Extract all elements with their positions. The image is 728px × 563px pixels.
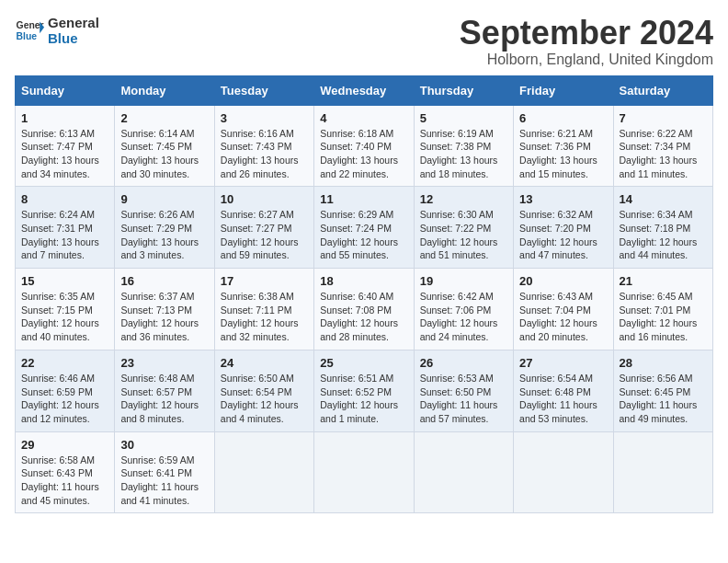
day-number: 24 xyxy=(221,356,308,370)
day-info: Sunrise: 6:51 AM Sunset: 6:52 PM Dayligh… xyxy=(320,372,407,426)
day-cell: 2Sunrise: 6:14 AM Sunset: 7:45 PM Daylig… xyxy=(115,105,214,187)
day-number: 2 xyxy=(120,111,208,125)
week-row-2: 8Sunrise: 6:24 AM Sunset: 7:31 PM Daylig… xyxy=(16,187,713,269)
day-cell: 14Sunrise: 6:34 AM Sunset: 7:18 PM Dayli… xyxy=(613,187,712,269)
day-number: 16 xyxy=(120,274,208,288)
day-number: 27 xyxy=(519,356,607,370)
logo: General Blue General Blue xyxy=(15,15,99,46)
day-cell: 19Sunrise: 6:42 AM Sunset: 7:06 PM Dayli… xyxy=(414,269,513,350)
day-number: 5 xyxy=(420,111,507,125)
week-row-3: 15Sunrise: 6:35 AM Sunset: 7:15 PM Dayli… xyxy=(16,269,713,350)
day-info: Sunrise: 6:53 AM Sunset: 6:50 PM Dayligh… xyxy=(420,372,507,426)
day-info: Sunrise: 6:43 AM Sunset: 7:04 PM Dayligh… xyxy=(519,290,607,344)
day-cell: 24Sunrise: 6:50 AM Sunset: 6:54 PM Dayli… xyxy=(214,350,313,431)
day-number: 21 xyxy=(620,274,707,288)
day-info: Sunrise: 6:14 AM Sunset: 7:45 PM Dayligh… xyxy=(120,127,208,181)
day-info: Sunrise: 6:54 AM Sunset: 6:48 PM Dayligh… xyxy=(519,372,607,426)
day-number: 30 xyxy=(120,438,208,452)
day-number: 1 xyxy=(21,111,108,125)
day-cell: 28Sunrise: 6:56 AM Sunset: 6:45 PM Dayli… xyxy=(613,350,712,431)
day-cell: 7Sunrise: 6:22 AM Sunset: 7:34 PM Daylig… xyxy=(613,105,712,187)
day-cell: 20Sunrise: 6:43 AM Sunset: 7:04 PM Dayli… xyxy=(514,269,613,350)
svg-text:Blue: Blue xyxy=(17,31,38,41)
calendar-subtitle: Holborn, England, United Kingdom xyxy=(460,52,713,68)
week-row-5: 29Sunrise: 6:58 AM Sunset: 6:43 PM Dayli… xyxy=(16,431,713,513)
day-info: Sunrise: 6:37 AM Sunset: 7:13 PM Dayligh… xyxy=(120,290,208,344)
day-number: 11 xyxy=(320,192,407,206)
day-cell: 27Sunrise: 6:54 AM Sunset: 6:48 PM Dayli… xyxy=(514,350,613,431)
day-info: Sunrise: 6:56 AM Sunset: 6:45 PM Dayligh… xyxy=(620,372,707,426)
day-info: Sunrise: 6:26 AM Sunset: 7:29 PM Dayligh… xyxy=(120,208,208,262)
day-number: 17 xyxy=(221,274,308,288)
day-number: 6 xyxy=(519,111,607,125)
week-row-4: 22Sunrise: 6:46 AM Sunset: 6:59 PM Dayli… xyxy=(16,350,713,431)
day-number: 23 xyxy=(120,356,208,370)
header-day-friday: Friday xyxy=(514,75,613,105)
header-day-saturday: Saturday xyxy=(613,75,712,105)
day-cell: 4Sunrise: 6:18 AM Sunset: 7:40 PM Daylig… xyxy=(314,105,414,187)
day-cell xyxy=(314,431,414,513)
day-cell: 21Sunrise: 6:45 AM Sunset: 7:01 PM Dayli… xyxy=(613,269,712,350)
day-cell: 17Sunrise: 6:38 AM Sunset: 7:11 PM Dayli… xyxy=(214,269,313,350)
header-day-tuesday: Tuesday xyxy=(214,75,313,105)
day-info: Sunrise: 6:32 AM Sunset: 7:20 PM Dayligh… xyxy=(519,208,607,262)
day-cell: 13Sunrise: 6:32 AM Sunset: 7:20 PM Dayli… xyxy=(514,187,613,269)
day-info: Sunrise: 6:38 AM Sunset: 7:11 PM Dayligh… xyxy=(221,290,308,344)
day-number: 14 xyxy=(620,192,707,206)
day-cell: 26Sunrise: 6:53 AM Sunset: 6:50 PM Dayli… xyxy=(414,350,513,431)
day-info: Sunrise: 6:18 AM Sunset: 7:40 PM Dayligh… xyxy=(320,127,407,181)
day-info: Sunrise: 6:13 AM Sunset: 7:47 PM Dayligh… xyxy=(21,127,108,181)
day-info: Sunrise: 6:34 AM Sunset: 7:18 PM Dayligh… xyxy=(620,208,707,262)
calendar-title: September 2024 xyxy=(460,15,713,52)
day-cell: 1Sunrise: 6:13 AM Sunset: 7:47 PM Daylig… xyxy=(16,105,115,187)
day-cell: 16Sunrise: 6:37 AM Sunset: 7:13 PM Dayli… xyxy=(115,269,214,350)
day-number: 22 xyxy=(21,356,108,370)
day-cell: 8Sunrise: 6:24 AM Sunset: 7:31 PM Daylig… xyxy=(16,187,115,269)
day-info: Sunrise: 6:22 AM Sunset: 7:34 PM Dayligh… xyxy=(620,127,707,181)
day-number: 3 xyxy=(221,111,308,125)
day-info: Sunrise: 6:16 AM Sunset: 7:43 PM Dayligh… xyxy=(221,127,308,181)
day-number: 9 xyxy=(120,192,208,206)
day-number: 28 xyxy=(620,356,707,370)
day-info: Sunrise: 6:30 AM Sunset: 7:22 PM Dayligh… xyxy=(420,208,507,262)
header: General Blue General Blue September 2024… xyxy=(15,15,713,68)
logo-blue: Blue xyxy=(48,30,99,46)
day-info: Sunrise: 6:42 AM Sunset: 7:06 PM Dayligh… xyxy=(420,290,507,344)
day-cell: 3Sunrise: 6:16 AM Sunset: 7:43 PM Daylig… xyxy=(214,105,313,187)
header-day-monday: Monday xyxy=(115,75,214,105)
day-info: Sunrise: 6:59 AM Sunset: 6:41 PM Dayligh… xyxy=(120,454,208,508)
day-info: Sunrise: 6:46 AM Sunset: 6:59 PM Dayligh… xyxy=(21,372,108,426)
day-cell xyxy=(514,431,613,513)
day-cell: 23Sunrise: 6:48 AM Sunset: 6:57 PM Dayli… xyxy=(115,350,214,431)
title-block: September 2024 Holborn, England, United … xyxy=(460,15,713,68)
logo-general: General xyxy=(48,15,99,30)
day-cell: 11Sunrise: 6:29 AM Sunset: 7:24 PM Dayli… xyxy=(314,187,414,269)
day-number: 20 xyxy=(519,274,607,288)
day-cell: 9Sunrise: 6:26 AM Sunset: 7:29 PM Daylig… xyxy=(115,187,214,269)
calendar-table: SundayMondayTuesdayWednesdayThursdayFrid… xyxy=(15,75,713,514)
day-number: 18 xyxy=(320,274,407,288)
day-cell: 25Sunrise: 6:51 AM Sunset: 6:52 PM Dayli… xyxy=(314,350,414,431)
day-cell: 30Sunrise: 6:59 AM Sunset: 6:41 PM Dayli… xyxy=(115,431,214,513)
header-row: SundayMondayTuesdayWednesdayThursdayFrid… xyxy=(16,75,713,105)
day-info: Sunrise: 6:35 AM Sunset: 7:15 PM Dayligh… xyxy=(21,290,108,344)
day-number: 26 xyxy=(420,356,507,370)
day-number: 29 xyxy=(21,438,108,452)
day-number: 15 xyxy=(21,274,108,288)
day-info: Sunrise: 6:21 AM Sunset: 7:36 PM Dayligh… xyxy=(519,127,607,181)
day-cell: 18Sunrise: 6:40 AM Sunset: 7:08 PM Dayli… xyxy=(314,269,414,350)
day-cell: 22Sunrise: 6:46 AM Sunset: 6:59 PM Dayli… xyxy=(16,350,115,431)
day-info: Sunrise: 6:50 AM Sunset: 6:54 PM Dayligh… xyxy=(221,372,308,426)
day-info: Sunrise: 6:45 AM Sunset: 7:01 PM Dayligh… xyxy=(620,290,707,344)
day-info: Sunrise: 6:48 AM Sunset: 6:57 PM Dayligh… xyxy=(120,372,208,426)
day-number: 12 xyxy=(420,192,507,206)
day-cell: 29Sunrise: 6:58 AM Sunset: 6:43 PM Dayli… xyxy=(16,431,115,513)
day-number: 10 xyxy=(221,192,308,206)
day-cell: 5Sunrise: 6:19 AM Sunset: 7:38 PM Daylig… xyxy=(414,105,513,187)
day-info: Sunrise: 6:58 AM Sunset: 6:43 PM Dayligh… xyxy=(21,454,108,508)
day-number: 25 xyxy=(320,356,407,370)
day-cell xyxy=(414,431,513,513)
day-info: Sunrise: 6:40 AM Sunset: 7:08 PM Dayligh… xyxy=(320,290,407,344)
day-cell xyxy=(214,431,313,513)
day-number: 4 xyxy=(320,111,407,125)
